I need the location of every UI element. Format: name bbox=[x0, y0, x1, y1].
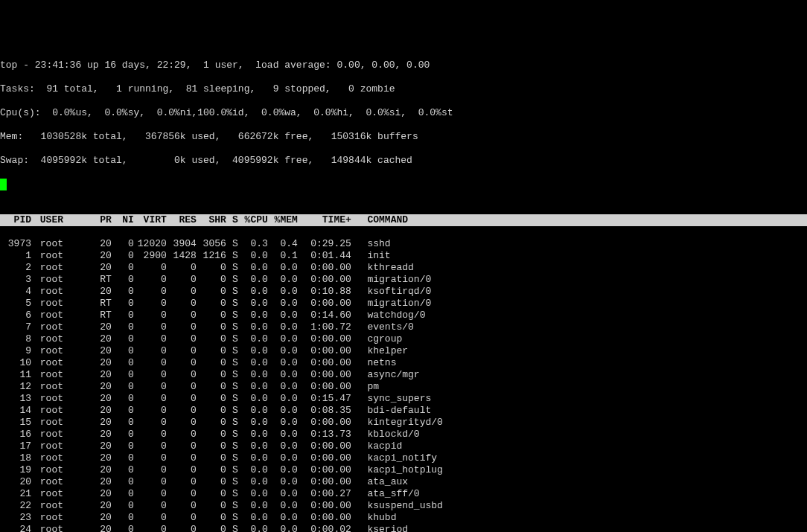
summary-line-2: Tasks: 91 total, 1 running, 81 sleeping,… bbox=[0, 83, 807, 95]
cell-s: S bbox=[226, 524, 238, 532]
cell-res: 0 bbox=[167, 500, 197, 512]
cell-mem: 0.0 bbox=[268, 333, 298, 345]
cell-ni: 0 bbox=[112, 429, 134, 440]
cell-virt: 0 bbox=[134, 333, 167, 345]
cell-mem: 0.0 bbox=[268, 524, 298, 532]
cell-time: 0:13.73 bbox=[298, 429, 351, 440]
cell-cmd: khubd bbox=[363, 512, 396, 524]
process-row: 12 root200000S0.00.00:00.00 pm bbox=[0, 381, 807, 393]
cell-res: 0 bbox=[167, 345, 197, 357]
cell-cmd: kintegrityd/0 bbox=[363, 417, 442, 429]
cell-shr: 0 bbox=[197, 333, 226, 345]
cell-s: S bbox=[226, 262, 238, 274]
cell-pid: 11 bbox=[0, 369, 31, 381]
cell-virt: 0 bbox=[134, 464, 167, 476]
cell-pid: 18 bbox=[0, 452, 31, 464]
col-pid: PID bbox=[0, 214, 31, 226]
cell-pid: 15 bbox=[0, 417, 31, 429]
cell-cpu: 0.0 bbox=[238, 452, 268, 464]
cell-cpu: 0.0 bbox=[238, 524, 268, 532]
cell-mem: 0.0 bbox=[268, 262, 298, 274]
cell-cpu: 0.0 bbox=[238, 310, 268, 321]
cell-cpu: 0.0 bbox=[238, 405, 268, 417]
cell-s: S bbox=[226, 464, 238, 476]
cell-pr: 20 bbox=[89, 476, 112, 488]
cell-mem: 0.0 bbox=[268, 512, 298, 524]
cell-shr: 0 bbox=[197, 357, 226, 369]
cell-virt: 0 bbox=[134, 440, 167, 452]
cell-shr: 0 bbox=[197, 405, 226, 417]
cell-user: root bbox=[37, 369, 89, 381]
cell-s: S bbox=[226, 369, 238, 381]
cell-virt: 0 bbox=[134, 488, 167, 500]
cell-ni: 0 bbox=[112, 464, 134, 476]
cell-s: S bbox=[226, 440, 238, 452]
cell-s: S bbox=[226, 321, 238, 333]
cell-res: 0 bbox=[167, 321, 197, 333]
cell-res: 0 bbox=[167, 488, 197, 500]
cell-shr: 0 bbox=[197, 369, 226, 381]
cell-ni: 0 bbox=[112, 345, 134, 357]
cell-pid: 20 bbox=[0, 476, 31, 488]
cell-time: 0:00.00 bbox=[298, 500, 351, 512]
cell-ni: 0 bbox=[112, 417, 134, 429]
cell-shr: 0 bbox=[197, 381, 226, 393]
cell-cmd: ata_aux bbox=[363, 476, 408, 488]
process-row: 14 root200000S0.00.00:08.35 bdi-default bbox=[0, 405, 807, 417]
cell-res: 0 bbox=[167, 405, 197, 417]
summary-line-4: Mem: 1030528k total, 367856k used, 66267… bbox=[0, 131, 807, 143]
cell-pid: 16 bbox=[0, 429, 31, 440]
cell-time: 0:29.25 bbox=[298, 238, 351, 250]
cell-res: 0 bbox=[167, 417, 197, 429]
cell-pr: 20 bbox=[89, 381, 112, 393]
process-row: 23 root200000S0.00.00:00.00 khubd bbox=[0, 512, 807, 524]
cell-user: root bbox=[37, 357, 89, 369]
cell-mem: 0.0 bbox=[268, 274, 298, 286]
cell-s: S bbox=[226, 298, 238, 310]
cell-user: root bbox=[37, 321, 89, 333]
col-res: RES bbox=[167, 214, 197, 226]
cell-shr: 0 bbox=[197, 298, 226, 310]
cell-res: 0 bbox=[167, 512, 197, 524]
cell-pr: 20 bbox=[89, 440, 112, 452]
process-row: 22 root200000S0.00.00:00.00 ksuspend_usb… bbox=[0, 500, 807, 512]
cell-mem: 0.0 bbox=[268, 417, 298, 429]
cell-shr: 0 bbox=[197, 500, 226, 512]
cell-pid: 7 bbox=[0, 321, 31, 333]
cell-pid: 19 bbox=[0, 464, 31, 476]
cell-mem: 0.0 bbox=[268, 321, 298, 333]
col-time: TIME+ bbox=[298, 214, 351, 226]
cell-shr: 0 bbox=[197, 417, 226, 429]
cell-res: 0 bbox=[167, 310, 197, 321]
cell-user: root bbox=[37, 393, 89, 405]
process-row: 4 root200000S0.00.00:10.88 ksoftirqd/0 bbox=[0, 286, 807, 298]
process-row: 18 root200000S0.00.00:00.00 kacpi_notify bbox=[0, 452, 807, 464]
cell-pid: 22 bbox=[0, 500, 31, 512]
cell-user: root bbox=[37, 310, 89, 321]
process-row: 5 rootRT0000S0.00.00:00.00 migration/0 bbox=[0, 298, 807, 310]
cell-shr: 0 bbox=[197, 345, 226, 357]
cell-cmd: sync_supers bbox=[363, 393, 431, 405]
cell-user: root bbox=[37, 524, 89, 532]
cell-mem: 0.0 bbox=[268, 452, 298, 464]
cell-virt: 0 bbox=[134, 429, 167, 440]
cell-user: root bbox=[37, 405, 89, 417]
cell-s: S bbox=[226, 286, 238, 298]
cell-s: S bbox=[226, 345, 238, 357]
cell-user: root bbox=[37, 333, 89, 345]
cell-cmd: ata_sff/0 bbox=[363, 488, 419, 500]
command-prompt[interactable] bbox=[0, 179, 807, 190]
cell-cpu: 0.0 bbox=[238, 381, 268, 393]
cell-virt: 0 bbox=[134, 298, 167, 310]
cell-s: S bbox=[226, 393, 238, 405]
cell-virt: 0 bbox=[134, 286, 167, 298]
cell-cmd: kthreadd bbox=[363, 262, 413, 274]
summary-line-1: top - 23:41:36 up 16 days, 22:29, 1 user… bbox=[0, 60, 807, 71]
cell-ni: 0 bbox=[112, 500, 134, 512]
cell-cpu: 0.0 bbox=[238, 488, 268, 500]
cell-time: 0:00.00 bbox=[298, 381, 351, 393]
cell-pr: 20 bbox=[89, 286, 112, 298]
cell-pid: 10 bbox=[0, 357, 31, 369]
cell-res: 1428 bbox=[167, 250, 197, 262]
cell-time: 0:00.00 bbox=[298, 345, 351, 357]
